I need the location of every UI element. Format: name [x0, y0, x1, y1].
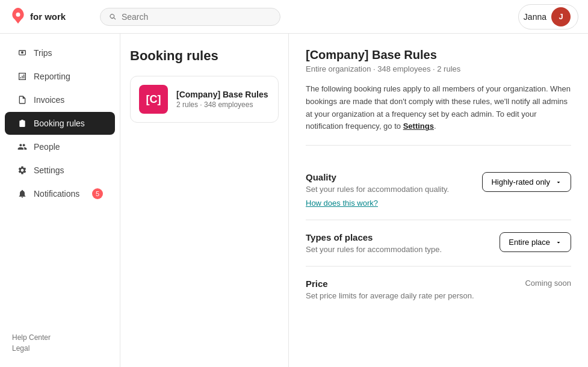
main-layout: Trips Reporting Invoices Booking rules [0, 34, 588, 367]
sidebar: Trips Reporting Invoices Booking rules [0, 34, 120, 367]
types-dropdown-value: Entire place [509, 238, 550, 247]
sidebar-item-invoices[interactable]: Invoices [5, 88, 115, 111]
logo-text: for work [30, 11, 66, 22]
user-menu[interactable]: Janna J [518, 4, 578, 29]
price-title: Price [306, 279, 474, 289]
avatar: J [551, 7, 571, 26]
avatar-initials: J [559, 12, 563, 21]
types-section-row: Types of places Set your rules for accom… [306, 232, 571, 254]
sidebar-item-trips[interactable]: Trips [5, 42, 115, 64]
price-desc: Set price limits for average daily rate … [306, 291, 474, 300]
sidebar-footer: Help Center Legal [0, 326, 120, 360]
description-text: The following booking rules apply to all… [306, 84, 571, 131]
logo[interactable]: for work [10, 7, 88, 26]
types-title: Types of places [306, 232, 442, 242]
rule-name: [Company] Base Rules [176, 90, 268, 99]
description-end: . [434, 122, 436, 131]
price-section-info: Price Set price limits for average daily… [306, 279, 474, 300]
chevron-down-icon [555, 239, 562, 246]
rule-meta: 2 rules · 348 employees [176, 100, 268, 109]
sidebar-item-invoices-label: Invoices [34, 95, 64, 105]
notifications-icon [17, 188, 28, 199]
sidebar-item-notifications[interactable]: Notifications 5 [5, 182, 115, 205]
sidebar-item-booking-rules-label: Booking rules [34, 119, 85, 128]
header-right: Janna J [518, 4, 578, 29]
types-dropdown[interactable]: Entire place [500, 232, 571, 252]
types-section: Types of places Set your rules for accom… [306, 220, 571, 267]
detail-description: The following booking rules apply to all… [306, 83, 571, 146]
quality-desc: Set your rules for accommodation quality… [306, 185, 449, 194]
rule-info: [Company] Base Rules 2 rules · 348 emplo… [176, 90, 268, 109]
rule-card[interactable]: [C] [Company] Base Rules 2 rules · 348 e… [130, 76, 279, 123]
quality-title: Quality [306, 172, 449, 182]
search-bar[interactable] [100, 8, 280, 26]
price-section-row: Price Set price limits for average daily… [306, 279, 571, 300]
sidebar-item-settings-label: Settings [34, 165, 64, 175]
left-panel: Booking rules [C] [Company] Base Rules 2… [120, 34, 289, 367]
reporting-icon [17, 71, 28, 82]
rule-icon: [C] [139, 85, 168, 114]
airbnb-logo-icon [10, 7, 26, 26]
quality-dropdown-value: Highly-rated only [491, 177, 550, 187]
header: for work Janna J [0, 0, 588, 34]
types-desc: Set your rules for accommodation type. [306, 245, 442, 254]
content-area: Booking rules [C] [Company] Base Rules 2… [120, 34, 588, 367]
detail-title: [Company] Base Rules [306, 48, 571, 62]
sidebar-item-reporting-label: Reporting [34, 72, 70, 81]
price-section: Price Set price limits for average daily… [306, 267, 571, 312]
people-icon [17, 141, 28, 152]
search-input[interactable] [122, 12, 271, 22]
settings-icon [17, 165, 28, 176]
sidebar-item-reporting[interactable]: Reporting [5, 65, 115, 88]
legal-link[interactable]: Legal [12, 344, 108, 353]
detail-header: [Company] Base Rules Entire organization… [306, 48, 571, 73]
sidebar-item-people[interactable]: People [5, 135, 115, 158]
quality-section: Quality Set your rules for accommodation… [306, 160, 571, 220]
detail-meta: Entire organization · 348 employees · 2 … [306, 64, 571, 73]
search-icon [109, 13, 117, 21]
chevron-down-icon [555, 179, 562, 186]
quality-section-info: Quality Set your rules for accommodation… [306, 172, 449, 194]
settings-link[interactable]: Settings [403, 122, 434, 131]
rule-icon-text: [C] [146, 93, 161, 106]
sidebar-item-booking-rules[interactable]: Booking rules [5, 112, 115, 135]
page-title: Booking rules [130, 48, 279, 64]
sidebar-nav: Trips Reporting Invoices Booking rules [0, 41, 120, 326]
user-name: Janna [524, 12, 546, 22]
sidebar-item-settings[interactable]: Settings [5, 159, 115, 182]
right-panel: [Company] Base Rules Entire organization… [289, 34, 588, 367]
sidebar-item-notifications-label: Notifications [34, 189, 79, 199]
sidebar-item-trips-label: Trips [34, 48, 52, 58]
trips-icon [17, 48, 28, 58]
types-section-info: Types of places Set your rules for accom… [306, 232, 442, 254]
quality-section-row: Quality Set your rules for accommodation… [306, 172, 571, 194]
quality-dropdown[interactable]: Highly-rated only [482, 172, 571, 192]
coming-soon-label: Coming soon [525, 279, 571, 288]
how-does-this-work-link[interactable]: How does this work? [306, 199, 378, 208]
invoices-icon [17, 94, 28, 105]
notifications-badge: 5 [92, 188, 103, 199]
help-center-link[interactable]: Help Center [12, 333, 108, 342]
sidebar-item-people-label: People [34, 142, 60, 152]
booking-rules-icon [17, 118, 28, 129]
